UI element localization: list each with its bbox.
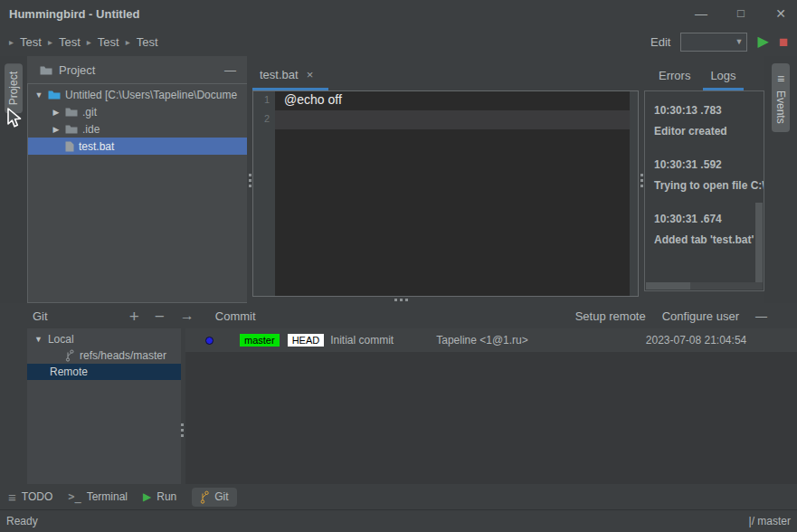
- events-tool-tab[interactable]: ≡ Events: [772, 63, 790, 132]
- chevron-right-icon: ▸: [48, 37, 52, 47]
- left-tool-strip: Project: [0, 56, 27, 303]
- code-line-current[interactable]: [275, 110, 630, 129]
- tree-row-git[interactable]: ▶ .git: [28, 103, 247, 120]
- file-icon: [65, 141, 74, 152]
- editor-gutter: 1 2: [253, 91, 275, 296]
- tree-row-label: test.bat: [79, 140, 114, 153]
- events-tool-tab-label: Events: [774, 90, 787, 124]
- tree-row-label: .git: [82, 106, 97, 119]
- branch-indicator[interactable]: |/ master: [749, 515, 791, 527]
- splitter-handle[interactable]: [181, 423, 185, 437]
- commit-date: 2023-07-08 21:04:54: [646, 334, 746, 347]
- log-message: Trying to open file C:\: [654, 179, 754, 192]
- breadcrumb-item[interactable]: Test: [20, 35, 42, 49]
- log-message: Editor created: [654, 125, 754, 138]
- tree-row-ide[interactable]: ▶ .ide: [28, 120, 247, 138]
- folder-icon: [40, 65, 52, 75]
- configure-user-button[interactable]: Configure user: [662, 309, 739, 323]
- expand-closed-icon[interactable]: ▶: [52, 125, 61, 134]
- splitter-handle[interactable]: [640, 174, 643, 187]
- project-tree: ▼ Untitled [C:\Users\Tapeline\Docume ▶ .…: [27, 83, 247, 303]
- stop-button[interactable]: ■: [779, 34, 788, 50]
- edit-label[interactable]: Edit: [650, 35, 670, 49]
- tab-logs[interactable]: Logs: [705, 62, 741, 90]
- tree-row-root[interactable]: ▼ Untitled [C:\Users\Tapeline\Docume: [28, 86, 247, 103]
- editor-tab-testbat[interactable]: test.bat ×: [252, 61, 317, 90]
- log-time: 10:30:31 .674: [654, 213, 754, 225]
- tab-todo-label: TODO: [22, 490, 52, 503]
- expand-open-icon[interactable]: ▼: [34, 90, 43, 100]
- log-horizontal-scrollbar-track[interactable]: [646, 282, 763, 290]
- editor-scrollbar[interactable]: [630, 91, 638, 296]
- line-number: 2: [253, 110, 275, 129]
- chevron-right-icon: ▸: [87, 37, 91, 47]
- project-tool-tab[interactable]: Project: [5, 63, 23, 113]
- log-horizontal-scrollbar-thumb[interactable]: [646, 282, 690, 290]
- code-line[interactable]: @echo off: [275, 91, 630, 110]
- tree-row-testbat[interactable]: test.bat: [28, 138, 247, 155]
- log-entry: 10:30:31 .674 Added tab 'test.bat': [654, 213, 754, 246]
- editor-tab-strip: test.bat ×: [252, 56, 639, 90]
- git-toolbar: + − → Commit: [129, 308, 256, 325]
- splitter-handle[interactable]: [249, 174, 251, 187]
- commit-list: master HEAD Initial commit Tapeline <1@1…: [185, 328, 797, 484]
- git-panel-title: Git: [33, 309, 48, 323]
- panel-minimize-icon[interactable]: —: [224, 63, 236, 77]
- commit-row[interactable]: master HEAD Initial commit Tapeline <1@1…: [185, 328, 797, 352]
- git-tree-label: Remote: [50, 366, 88, 378]
- tab-git[interactable]: Git: [192, 488, 236, 507]
- push-arrow-icon[interactable]: →: [180, 308, 195, 324]
- expand-open-icon[interactable]: ▼: [34, 335, 43, 344]
- panel-minimize-icon[interactable]: —: [755, 309, 767, 323]
- minimize-icon[interactable]: —: [694, 6, 708, 21]
- log-list: 10:30:13 .783 Editor created 10:30:31 .5…: [644, 90, 764, 291]
- log-entry: 10:30:31 .592 Trying to open file C:\: [654, 158, 754, 192]
- tab-terminal-label: Terminal: [87, 490, 128, 503]
- log-entry: 10:30:13 .783 Editor created: [654, 104, 754, 138]
- git-tree-branch-master[interactable]: refs/heads/master: [27, 347, 181, 364]
- head-badge: HEAD: [288, 334, 325, 347]
- git-tree-local[interactable]: ▼ Local: [27, 331, 181, 347]
- tab-terminal[interactable]: >_ Terminal: [68, 490, 128, 503]
- expand-closed-icon[interactable]: ▶: [52, 108, 61, 117]
- git-branch-tree: ▼ Local refs/heads/master Remote: [27, 328, 181, 484]
- code-editor[interactable]: 1 2 @echo off: [252, 90, 639, 297]
- log-tab-strip: Errors Logs: [644, 56, 764, 90]
- folder-icon: [65, 107, 78, 117]
- git-tree-remote[interactable]: Remote: [27, 364, 181, 380]
- folder-icon: [65, 124, 78, 134]
- branch-badge-master: master: [240, 334, 280, 347]
- tab-todo[interactable]: ≡ TODO: [8, 489, 52, 505]
- maximize-icon[interactable]: □: [734, 6, 748, 21]
- chevron-down-icon: ▼: [735, 37, 743, 46]
- tab-errors[interactable]: Errors: [653, 62, 696, 90]
- right-tool-strip: ≡ Events: [764, 56, 797, 303]
- minus-icon[interactable]: −: [155, 308, 165, 325]
- tab-run[interactable]: ▶ Run: [143, 490, 176, 503]
- commit-author: Tapeline <1@1.ru>: [436, 334, 528, 347]
- breadcrumb-item[interactable]: Test: [137, 35, 158, 49]
- tree-row-label: .ide: [82, 123, 100, 136]
- close-icon[interactable]: ✕: [773, 6, 788, 21]
- splitter-git-tree-commits[interactable]: [181, 328, 185, 484]
- log-panel: Errors Logs 10:30:13 .783 Editor created…: [644, 56, 764, 303]
- title-bar: Hummingbird - Untitled — □ ✕: [0, 0, 797, 27]
- editor-tab-label: test.bat: [260, 68, 299, 81]
- plus-icon[interactable]: +: [129, 308, 139, 325]
- main-toolbar: ▸ Test ▸ Test ▸ Test ▸ Test Edit ▼ ▶ ■: [0, 27, 797, 56]
- breadcrumb-item[interactable]: Test: [98, 35, 119, 49]
- breadcrumb: ▸ Test ▸ Test ▸ Test ▸ Test: [9, 35, 158, 49]
- splitter-handle-horizontal[interactable]: [394, 299, 408, 301]
- tab-git-label: Git: [214, 490, 228, 503]
- breadcrumb-item[interactable]: Test: [59, 35, 81, 49]
- tab-close-icon[interactable]: ×: [307, 68, 314, 81]
- play-icon: ▶: [143, 490, 151, 503]
- run-config-dropdown[interactable]: ▼: [680, 33, 747, 52]
- log-vertical-scrollbar[interactable]: [755, 203, 763, 286]
- setup-remote-button[interactable]: Setup remote: [575, 309, 646, 323]
- commit-button[interactable]: Commit: [215, 309, 256, 323]
- run-button[interactable]: ▶: [757, 34, 768, 49]
- editor-code[interactable]: @echo off: [275, 91, 630, 296]
- tree-row-label: Untitled [C:\Users\Tapeline\Docume: [65, 89, 237, 101]
- git-panel-body: ▼ Local refs/heads/master Remote master: [27, 328, 797, 484]
